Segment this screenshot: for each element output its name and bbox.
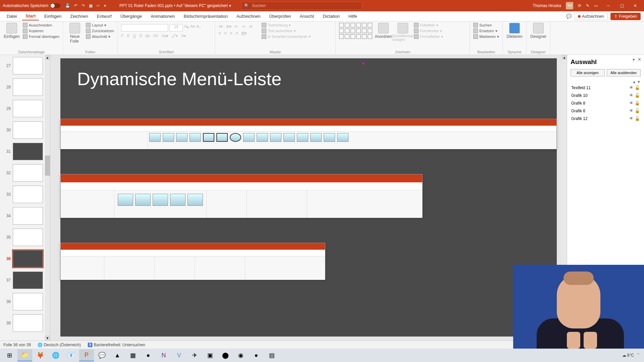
smartart-button[interactable]: In SmartArt konvertieren ▾: [262, 34, 311, 39]
tray-chevron-icon[interactable]: ˄: [637, 353, 639, 358]
selection-item[interactable]: Grafik 10👁🔓: [571, 92, 641, 99]
slide-thumb-29[interactable]: 29: [0, 98, 50, 119]
decrease-font-icon[interactable]: A▾: [190, 24, 195, 32]
touch-icon[interactable]: ⤺: [97, 3, 100, 8]
aufzeichnen-button[interactable]: Aufzeichnen: [574, 13, 608, 20]
thumbs-scrollbar[interactable]: ▲ ▼: [45, 55, 50, 341]
vscode-icon[interactable]: V: [172, 349, 186, 361]
format-painter-button[interactable]: Format übertragen: [23, 34, 59, 39]
pane-dropdown-icon[interactable]: ▾: [633, 57, 635, 62]
tab-hilfe[interactable]: Hilfe: [345, 12, 361, 20]
app-icon-6[interactable]: ●: [249, 349, 264, 361]
minimize-button[interactable]: ─: [602, 2, 614, 10]
hide-all-button[interactable]: Alle ausblenden: [607, 69, 641, 76]
tab-zeichnen[interactable]: Zeichnen: [67, 12, 91, 20]
font-size-select[interactable]: 18: [169, 24, 183, 32]
visibility-toggle-icon[interactable]: 👁: [629, 108, 635, 113]
text-direction-button[interactable]: Textrichtung ▾: [262, 23, 311, 27]
find-button[interactable]: Suchen: [473, 23, 499, 27]
visibility-toggle-icon[interactable]: 👁: [629, 101, 635, 106]
new-slide-button[interactable]: Neue Folie: [66, 23, 83, 44]
outlook-icon[interactable]: 📧: [64, 349, 78, 361]
clear-format-icon[interactable]: Aₓ: [196, 24, 201, 32]
scrollbar-thumb[interactable]: [45, 156, 50, 176]
select-button[interactable]: Markieren ▾: [473, 34, 499, 39]
save-icon[interactable]: 💾: [65, 3, 70, 8]
copy-button[interactable]: Kopieren: [23, 28, 59, 33]
underline-button[interactable]: U: [133, 34, 136, 38]
language-status[interactable]: 🌐 Deutsch (Österreich): [38, 343, 81, 347]
user-avatar[interactable]: TH: [566, 2, 573, 9]
app-icon-5[interactable]: ◉: [233, 349, 248, 361]
paste-button[interactable]: Einfügen: [3, 23, 20, 39]
slide-thumb-36[interactable]: 36: [0, 248, 50, 269]
slide-counter[interactable]: Folie 36 von 39: [3, 343, 31, 347]
app-icon-4[interactable]: ▣: [203, 349, 217, 361]
quickstyles-button[interactable]: Schnellformat- vorlagen: [394, 23, 411, 42]
highlight-button[interactable]: 🖍▾: [172, 34, 178, 38]
tab-ueberpruefen[interactable]: Überprüfen: [266, 12, 294, 20]
tab-aufzeichnen[interactable]: Aufzeichnen: [233, 12, 264, 20]
visibility-toggle-icon[interactable]: 👁: [629, 93, 635, 98]
designer-button[interactable]: Designer: [530, 23, 547, 39]
tab-bildschirm[interactable]: Bildschirmpräsentation: [180, 12, 231, 20]
lock-toggle-icon[interactable]: 🔓: [635, 116, 640, 121]
tab-dictation[interactable]: Dictation: [319, 12, 343, 20]
bold-button[interactable]: F: [121, 34, 123, 38]
embedded-image-3[interactable]: [60, 243, 325, 280]
document-title[interactable]: PPT 01 Roter Faden 001.pptx • Auf "diese…: [119, 3, 228, 8]
draw-icon[interactable]: ✎: [586, 3, 589, 8]
slide-canvas[interactable]: Dynamische Menü-Leiste: [50, 55, 567, 341]
numbering-icon[interactable]: ≣▾: [226, 24, 231, 29]
spacing-button[interactable]: AV: [153, 34, 158, 38]
slide-title[interactable]: Dynamische Menü-Leiste: [77, 68, 281, 89]
app-icon-2[interactable]: ▦: [125, 349, 140, 361]
slide-thumb-28[interactable]: 28: [0, 76, 50, 98]
powerpoint-icon[interactable]: P: [79, 349, 94, 361]
embedded-image-2[interactable]: [60, 174, 423, 218]
slide-thumb-30[interactable]: 30: [0, 119, 50, 141]
autosave-toggle[interactable]: Automatisches Speichern: [3, 3, 60, 8]
telegram-icon[interactable]: ✈: [187, 349, 202, 361]
maximize-button[interactable]: ▢: [616, 2, 628, 10]
outline-button[interactable]: Formkontur ▾: [414, 28, 443, 33]
slide-thumb-38[interactable]: 38: [0, 291, 50, 312]
reset-button[interactable]: Zurücksetzen: [86, 28, 114, 33]
qat-more-icon[interactable]: ▾: [104, 3, 106, 8]
tab-entwurf[interactable]: Entwurf: [94, 12, 115, 20]
user-name[interactable]: Thomas Hruska: [533, 3, 561, 8]
slide-thumb-34[interactable]: 34: [0, 205, 50, 227]
cut-button[interactable]: Ausschneiden: [23, 23, 59, 27]
slide-thumb-35[interactable]: 35: [0, 227, 50, 248]
sync-icon[interactable]: ⟳: [578, 3, 581, 8]
columns-icon[interactable]: ▥▾: [241, 31, 247, 36]
tab-uebergaenge[interactable]: Übergänge: [117, 12, 145, 20]
font-family-select[interactable]: [121, 24, 168, 32]
arrange-button[interactable]: Anordnen: [375, 23, 392, 39]
slide-thumb-37[interactable]: 37: [0, 269, 50, 291]
tab-start[interactable]: Start: [22, 12, 39, 20]
visibility-toggle-icon[interactable]: 👁: [629, 85, 635, 90]
current-slide[interactable]: Dynamische Menü-Leiste: [60, 58, 557, 337]
justify-icon[interactable]: ≡: [235, 31, 238, 36]
embedded-image-1[interactable]: [60, 119, 557, 149]
effects-button[interactable]: Formeffekte ▾: [414, 34, 443, 39]
shadow-button[interactable]: ab: [145, 34, 150, 38]
shapes-gallery[interactable]: [339, 23, 372, 39]
tab-animationen[interactable]: Animationen: [147, 12, 178, 20]
fill-button[interactable]: Fülleffekt ▾: [414, 23, 443, 27]
show-all-button[interactable]: Alle anzeigen: [571, 69, 605, 76]
undo-icon[interactable]: ↶: [74, 3, 77, 8]
weather-widget[interactable]: ☁ 6°C: [622, 353, 634, 358]
app-icon[interactable]: 💬: [95, 349, 109, 361]
selection-item[interactable]: Grafik 8👁🔓: [571, 99, 641, 107]
move-down-icon[interactable]: ▼: [637, 80, 641, 84]
align-center-icon[interactable]: ≡: [224, 31, 226, 36]
italic-button[interactable]: K: [127, 34, 129, 38]
explorer-icon[interactable]: 📁: [17, 349, 32, 361]
pane-close-icon[interactable]: ✕: [638, 57, 641, 62]
slide-thumb-27[interactable]: 27: [0, 55, 50, 76]
obs-icon[interactable]: ⬤: [218, 349, 233, 361]
slide-thumb-31[interactable]: 31: [0, 141, 50, 162]
lock-toggle-icon[interactable]: 🔓: [635, 93, 640, 98]
